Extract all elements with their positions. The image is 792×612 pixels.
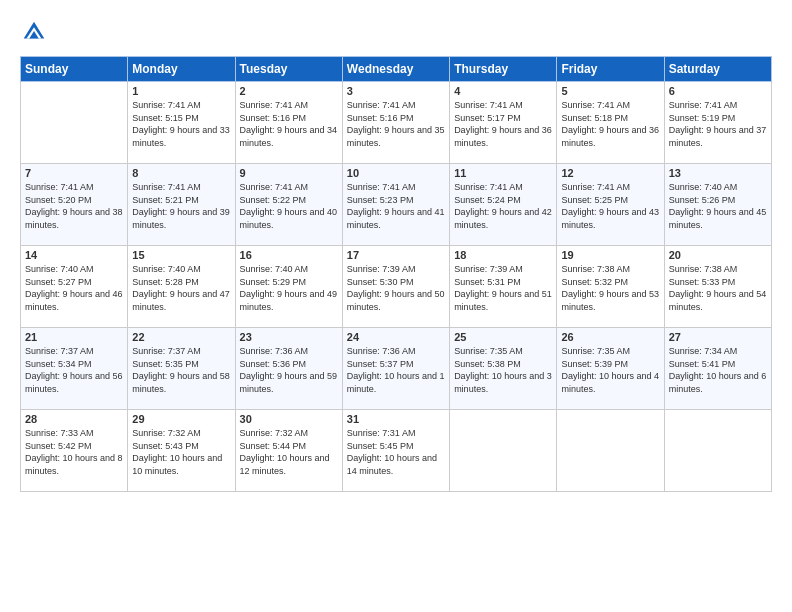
day-number: 1: [132, 85, 230, 97]
day-cell: 29Sunrise: 7:32 AMSunset: 5:43 PMDayligh…: [128, 410, 235, 492]
week-row-4: 21Sunrise: 7:37 AMSunset: 5:34 PMDayligh…: [21, 328, 772, 410]
day-info: Sunrise: 7:41 AMSunset: 5:18 PMDaylight:…: [561, 99, 659, 149]
day-cell: 18Sunrise: 7:39 AMSunset: 5:31 PMDayligh…: [450, 246, 557, 328]
day-number: 5: [561, 85, 659, 97]
day-cell: 28Sunrise: 7:33 AMSunset: 5:42 PMDayligh…: [21, 410, 128, 492]
day-info: Sunrise: 7:41 AMSunset: 5:15 PMDaylight:…: [132, 99, 230, 149]
day-number: 6: [669, 85, 767, 97]
day-number: 29: [132, 413, 230, 425]
day-number: 23: [240, 331, 338, 343]
day-info: Sunrise: 7:39 AMSunset: 5:31 PMDaylight:…: [454, 263, 552, 313]
weekday-header-sunday: Sunday: [21, 57, 128, 82]
day-cell: 1Sunrise: 7:41 AMSunset: 5:15 PMDaylight…: [128, 82, 235, 164]
day-number: 18: [454, 249, 552, 261]
day-info: Sunrise: 7:40 AMSunset: 5:29 PMDaylight:…: [240, 263, 338, 313]
weekday-header-thursday: Thursday: [450, 57, 557, 82]
day-number: 9: [240, 167, 338, 179]
day-cell: 26Sunrise: 7:35 AMSunset: 5:39 PMDayligh…: [557, 328, 664, 410]
day-info: Sunrise: 7:41 AMSunset: 5:24 PMDaylight:…: [454, 181, 552, 231]
day-number: 28: [25, 413, 123, 425]
day-cell: 24Sunrise: 7:36 AMSunset: 5:37 PMDayligh…: [342, 328, 449, 410]
day-number: 15: [132, 249, 230, 261]
day-cell: 14Sunrise: 7:40 AMSunset: 5:27 PMDayligh…: [21, 246, 128, 328]
day-cell: [450, 410, 557, 492]
day-number: 30: [240, 413, 338, 425]
weekday-header-tuesday: Tuesday: [235, 57, 342, 82]
day-cell: 13Sunrise: 7:40 AMSunset: 5:26 PMDayligh…: [664, 164, 771, 246]
day-cell: 30Sunrise: 7:32 AMSunset: 5:44 PMDayligh…: [235, 410, 342, 492]
day-cell: 16Sunrise: 7:40 AMSunset: 5:29 PMDayligh…: [235, 246, 342, 328]
day-number: 27: [669, 331, 767, 343]
day-info: Sunrise: 7:41 AMSunset: 5:19 PMDaylight:…: [669, 99, 767, 149]
day-number: 25: [454, 331, 552, 343]
day-number: 16: [240, 249, 338, 261]
day-info: Sunrise: 7:41 AMSunset: 5:25 PMDaylight:…: [561, 181, 659, 231]
day-info: Sunrise: 7:41 AMSunset: 5:20 PMDaylight:…: [25, 181, 123, 231]
calendar-page: SundayMondayTuesdayWednesdayThursdayFrid…: [0, 0, 792, 612]
page-header: [20, 18, 772, 46]
day-cell: 22Sunrise: 7:37 AMSunset: 5:35 PMDayligh…: [128, 328, 235, 410]
day-number: 4: [454, 85, 552, 97]
day-number: 26: [561, 331, 659, 343]
day-number: 13: [669, 167, 767, 179]
day-number: 11: [454, 167, 552, 179]
day-cell: 7Sunrise: 7:41 AMSunset: 5:20 PMDaylight…: [21, 164, 128, 246]
day-cell: 25Sunrise: 7:35 AMSunset: 5:38 PMDayligh…: [450, 328, 557, 410]
day-info: Sunrise: 7:36 AMSunset: 5:37 PMDaylight:…: [347, 345, 445, 395]
week-row-2: 7Sunrise: 7:41 AMSunset: 5:20 PMDaylight…: [21, 164, 772, 246]
day-number: 12: [561, 167, 659, 179]
weekday-header-saturday: Saturday: [664, 57, 771, 82]
day-cell: [557, 410, 664, 492]
weekday-header-monday: Monday: [128, 57, 235, 82]
day-info: Sunrise: 7:40 AMSunset: 5:27 PMDaylight:…: [25, 263, 123, 313]
day-number: 10: [347, 167, 445, 179]
calendar-table: SundayMondayTuesdayWednesdayThursdayFrid…: [20, 56, 772, 492]
day-cell: 15Sunrise: 7:40 AMSunset: 5:28 PMDayligh…: [128, 246, 235, 328]
day-cell: 10Sunrise: 7:41 AMSunset: 5:23 PMDayligh…: [342, 164, 449, 246]
day-cell: 4Sunrise: 7:41 AMSunset: 5:17 PMDaylight…: [450, 82, 557, 164]
day-number: 14: [25, 249, 123, 261]
day-cell: [21, 82, 128, 164]
day-number: 2: [240, 85, 338, 97]
day-info: Sunrise: 7:40 AMSunset: 5:26 PMDaylight:…: [669, 181, 767, 231]
week-row-1: 1Sunrise: 7:41 AMSunset: 5:15 PMDaylight…: [21, 82, 772, 164]
day-info: Sunrise: 7:37 AMSunset: 5:35 PMDaylight:…: [132, 345, 230, 395]
day-info: Sunrise: 7:32 AMSunset: 5:43 PMDaylight:…: [132, 427, 230, 477]
day-cell: 27Sunrise: 7:34 AMSunset: 5:41 PMDayligh…: [664, 328, 771, 410]
day-info: Sunrise: 7:41 AMSunset: 5:17 PMDaylight:…: [454, 99, 552, 149]
day-cell: 8Sunrise: 7:41 AMSunset: 5:21 PMDaylight…: [128, 164, 235, 246]
day-number: 20: [669, 249, 767, 261]
day-info: Sunrise: 7:41 AMSunset: 5:23 PMDaylight:…: [347, 181, 445, 231]
weekday-header-wednesday: Wednesday: [342, 57, 449, 82]
day-cell: 21Sunrise: 7:37 AMSunset: 5:34 PMDayligh…: [21, 328, 128, 410]
day-number: 7: [25, 167, 123, 179]
day-info: Sunrise: 7:38 AMSunset: 5:32 PMDaylight:…: [561, 263, 659, 313]
day-info: Sunrise: 7:41 AMSunset: 5:16 PMDaylight:…: [240, 99, 338, 149]
day-info: Sunrise: 7:41 AMSunset: 5:16 PMDaylight:…: [347, 99, 445, 149]
day-cell: 12Sunrise: 7:41 AMSunset: 5:25 PMDayligh…: [557, 164, 664, 246]
day-number: 31: [347, 413, 445, 425]
day-info: Sunrise: 7:40 AMSunset: 5:28 PMDaylight:…: [132, 263, 230, 313]
day-number: 3: [347, 85, 445, 97]
day-number: 17: [347, 249, 445, 261]
day-info: Sunrise: 7:34 AMSunset: 5:41 PMDaylight:…: [669, 345, 767, 395]
day-info: Sunrise: 7:41 AMSunset: 5:21 PMDaylight:…: [132, 181, 230, 231]
day-cell: 2Sunrise: 7:41 AMSunset: 5:16 PMDaylight…: [235, 82, 342, 164]
day-cell: 9Sunrise: 7:41 AMSunset: 5:22 PMDaylight…: [235, 164, 342, 246]
day-info: Sunrise: 7:41 AMSunset: 5:22 PMDaylight:…: [240, 181, 338, 231]
day-info: Sunrise: 7:35 AMSunset: 5:38 PMDaylight:…: [454, 345, 552, 395]
day-number: 24: [347, 331, 445, 343]
day-cell: 20Sunrise: 7:38 AMSunset: 5:33 PMDayligh…: [664, 246, 771, 328]
day-info: Sunrise: 7:35 AMSunset: 5:39 PMDaylight:…: [561, 345, 659, 395]
day-info: Sunrise: 7:36 AMSunset: 5:36 PMDaylight:…: [240, 345, 338, 395]
day-info: Sunrise: 7:38 AMSunset: 5:33 PMDaylight:…: [669, 263, 767, 313]
logo: [20, 18, 52, 46]
day-number: 8: [132, 167, 230, 179]
day-info: Sunrise: 7:39 AMSunset: 5:30 PMDaylight:…: [347, 263, 445, 313]
day-cell: [664, 410, 771, 492]
day-info: Sunrise: 7:33 AMSunset: 5:42 PMDaylight:…: [25, 427, 123, 477]
day-cell: 23Sunrise: 7:36 AMSunset: 5:36 PMDayligh…: [235, 328, 342, 410]
weekday-header-friday: Friday: [557, 57, 664, 82]
day-cell: 3Sunrise: 7:41 AMSunset: 5:16 PMDaylight…: [342, 82, 449, 164]
weekday-header-row: SundayMondayTuesdayWednesdayThursdayFrid…: [21, 57, 772, 82]
